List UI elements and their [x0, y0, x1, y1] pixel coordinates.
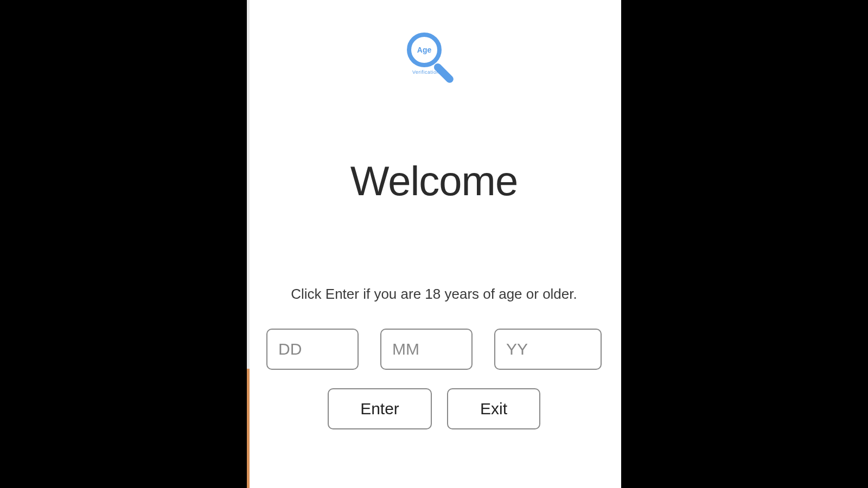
exit-button[interactable]: Exit	[447, 388, 540, 429]
left-edge-orange-decoration	[247, 369, 250, 488]
year-input[interactable]	[494, 329, 602, 370]
enter-button[interactable]: Enter	[328, 388, 432, 429]
day-input[interactable]	[266, 329, 359, 370]
action-buttons-row: Enter Exit	[328, 388, 540, 429]
logo-verification-text: Verification	[412, 69, 439, 75]
date-inputs-row	[266, 329, 602, 370]
age-verification-modal: Age Verification Welcome Click Enter if …	[247, 0, 621, 488]
age-instruction-text: Click Enter if you are 18 years of age o…	[291, 286, 577, 303]
magnifier-lens-icon: Age	[407, 33, 442, 67]
month-input[interactable]	[380, 329, 473, 370]
logo-age-text: Age	[417, 46, 431, 54]
welcome-heading: Welcome	[350, 157, 518, 204]
age-verification-logo: Age Verification	[407, 33, 461, 87]
